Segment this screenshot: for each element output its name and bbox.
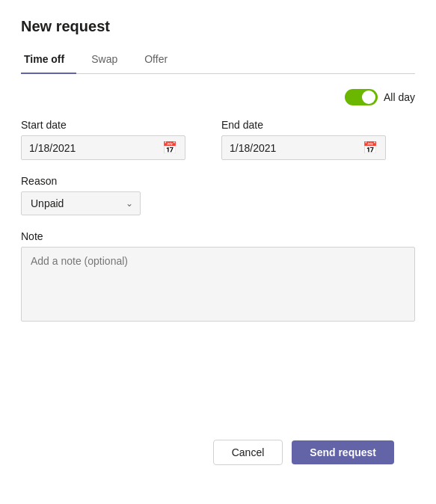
note-section: Note [21, 230, 415, 324]
all-day-label: All day [384, 91, 415, 103]
actions-row: Cancel Send request [213, 440, 394, 465]
start-date-label: Start date [21, 119, 185, 131]
note-textarea[interactable] [21, 247, 415, 322]
end-date-input[interactable] [230, 142, 360, 154]
toggle-thumb [362, 90, 375, 104]
toggle-track [345, 89, 378, 105]
start-date-input[interactable] [29, 142, 159, 154]
all-day-row: All day [21, 89, 415, 105]
start-date-input-wrapper[interactable]: 📅 [21, 135, 185, 160]
tab-bar: Time off Swap Offer [21, 47, 415, 74]
page-title: New request [21, 18, 415, 35]
start-date-field: Start date 📅 [21, 119, 185, 160]
cancel-button[interactable]: Cancel [213, 440, 283, 465]
dates-row: Start date 📅 End date 📅 [21, 119, 415, 160]
end-date-field: End date 📅 [221, 119, 386, 160]
end-date-calendar-icon[interactable]: 📅 [363, 141, 378, 155]
end-date-input-wrapper[interactable]: 📅 [221, 135, 386, 160]
send-request-button[interactable]: Send request [292, 440, 394, 464]
reason-section: Reason Unpaid Vacation Sick Other ⌄ [21, 175, 415, 215]
tab-offer[interactable]: Offer [141, 47, 179, 74]
tab-swap[interactable]: Swap [88, 47, 129, 74]
reason-select[interactable]: Unpaid Vacation Sick Other [21, 191, 141, 215]
new-request-container: New request Time off Swap Offer All day … [21, 18, 415, 486]
end-date-label: End date [221, 119, 386, 131]
start-date-calendar-icon[interactable]: 📅 [162, 141, 177, 155]
tab-time-off[interactable]: Time off [21, 47, 76, 74]
reason-label: Reason [21, 175, 415, 187]
all-day-toggle[interactable] [345, 89, 378, 105]
reason-select-wrapper: Unpaid Vacation Sick Other ⌄ [21, 191, 141, 215]
note-label: Note [21, 230, 415, 242]
